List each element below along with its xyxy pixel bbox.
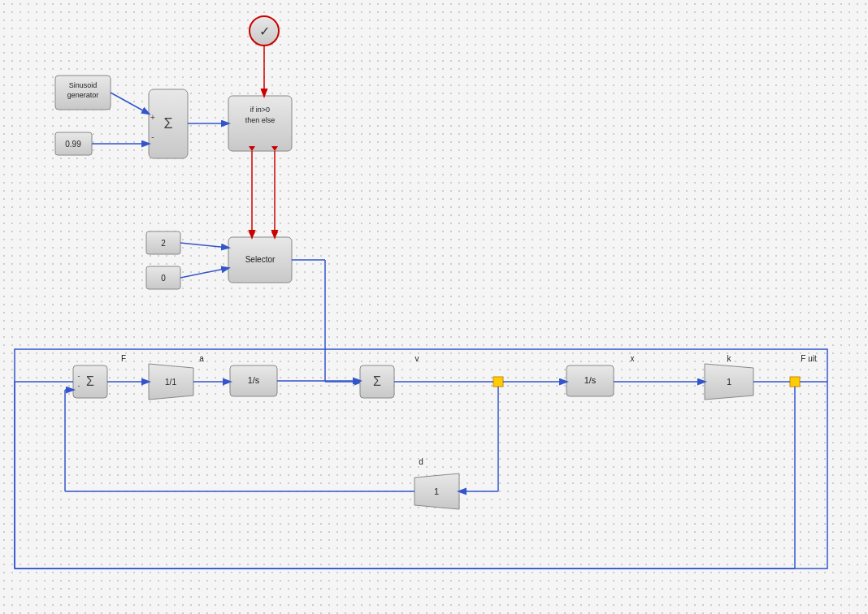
svg-marker-18 [249,146,255,151]
svg-marker-22 [271,232,278,237]
svg-marker-19 [249,232,255,237]
svg-point-8 [250,16,279,45]
label-a: a [199,354,204,363]
svg-rect-0 [55,76,111,110]
gain1-label: 1/1 [165,378,176,387]
label-f: F [121,354,126,363]
svg-text:-: - [78,372,80,380]
svg-rect-28 [15,349,827,569]
svg-rect-38 [790,377,800,387]
svg-rect-35 [493,377,503,387]
svg-marker-21 [271,146,278,151]
svg-rect-10 [146,266,180,289]
svg-rect-6 [228,96,292,151]
svg-marker-37 [705,364,753,400]
svg-rect-9 [146,231,180,254]
diagram-canvas: Sinusoid generator 0.99 Σ + - if in>0 th… [0,0,868,614]
label-x: x [631,354,635,363]
gaind-label: 1 [434,486,439,496]
svg-marker-39 [414,473,459,509]
svg-line-24 [180,268,228,278]
svg-rect-2 [55,132,92,155]
sum1-label: Σ [163,115,172,132]
label-k: k [727,354,732,363]
label-v: v [415,354,419,363]
svg-text:then else: then else [245,116,276,124]
svg-rect-3 [149,89,188,158]
sinusoid-label: Sinusoid [69,81,98,89]
int1-label: 1/s [248,375,260,385]
svg-marker-32 [149,364,193,400]
svg-rect-11 [228,237,292,283]
svg-line-14 [111,93,149,114]
ifblock-label: if in>0 [250,106,270,114]
svg-rect-33 [230,365,277,396]
selector-label: Selector [245,255,276,264]
gain2-label: 1 [727,377,731,387]
svg-text:-: - [78,382,80,390]
svg-rect-29 [73,365,107,398]
const2-label: 2 [161,239,166,248]
svg-marker-13 [261,89,267,96]
svg-text:-: - [151,132,154,141]
checkmark-label: ✓ [259,24,270,38]
svg-line-23 [180,243,228,248]
const099-label: 0.99 [65,140,81,149]
svg-rect-34 [360,365,394,398]
sumf-label: Σ [86,374,94,388]
label-d: d [419,457,423,466]
const0-label: 0 [161,274,166,283]
sumv-label: Σ [373,374,381,388]
svg-rect-36 [566,365,614,396]
int2-label: 1/s [584,375,597,385]
label-fuit: F uit [801,354,817,363]
svg-text:+: + [150,113,155,122]
svg-text:generator: generator [67,91,99,99]
